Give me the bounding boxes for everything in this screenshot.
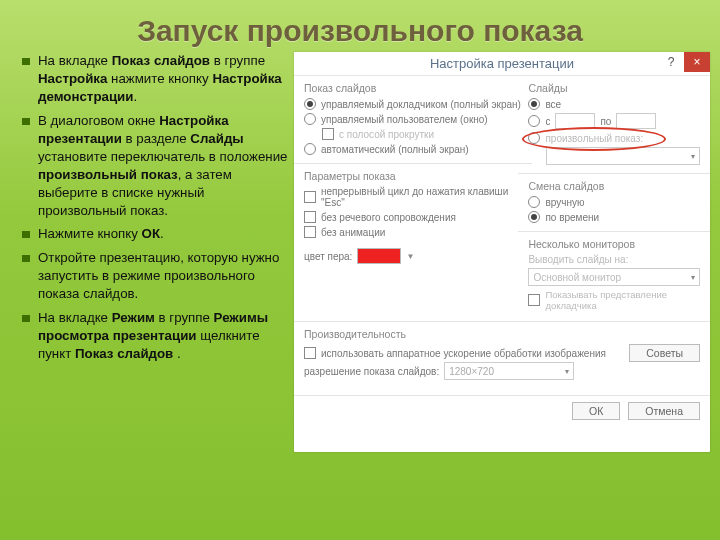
label: по xyxy=(600,116,611,127)
chk-presenter-view[interactable] xyxy=(528,294,540,306)
combo-monitor[interactable]: Основной монитор▾ xyxy=(528,268,700,286)
label: управляемый докладчиком (полный экран) xyxy=(321,99,521,110)
label: без речевого сопровождения xyxy=(321,212,456,223)
bullet-item: Откройте презентацию, которую нужно запу… xyxy=(22,249,290,303)
label: разрешение показа слайдов: xyxy=(304,366,439,377)
input-from[interactable] xyxy=(555,113,595,129)
label: управляемый пользователем (окно) xyxy=(321,114,488,125)
label: с xyxy=(545,116,550,127)
group-show-type: Показ слайдов xyxy=(304,82,522,94)
radio-show-auto[interactable] xyxy=(304,143,316,155)
chk-loop[interactable] xyxy=(304,191,316,203)
radio-adv-time[interactable] xyxy=(528,211,540,223)
help-icon[interactable]: ? xyxy=(658,52,684,72)
label: произвольный показ: xyxy=(545,133,643,144)
chk-no-animation[interactable] xyxy=(304,226,316,238)
radio-slides-custom[interactable] xyxy=(528,132,540,144)
label: автоматический (полный экран) xyxy=(321,144,469,155)
label: непрерывный цикл до нажатия клавиши "Esc… xyxy=(321,186,522,208)
tips-button[interactable]: Советы xyxy=(629,344,700,362)
combo-resolution[interactable]: 1280×720▾ xyxy=(444,362,574,380)
bullet-list: На вкладке Показ слайдов в группе Настро… xyxy=(22,52,290,452)
group-slides: Слайды xyxy=(528,82,700,94)
label: использовать аппаратное ускорение обрабо… xyxy=(321,348,606,359)
radio-slides-all[interactable] xyxy=(528,98,540,110)
dialog-settings: Настройка презентации ? × Показ слайдов … xyxy=(294,52,710,452)
chk-scroll[interactable] xyxy=(322,128,334,140)
close-icon[interactable]: × xyxy=(684,52,710,72)
label: без анимации xyxy=(321,227,385,238)
label: Выводить слайды на: xyxy=(528,254,700,265)
dialog-title: Настройка презентации xyxy=(294,52,710,76)
label: по времени xyxy=(545,212,599,223)
group-advance: Смена слайдов xyxy=(528,180,700,192)
bullet-item: На вкладке Режим в группе Режимы просмот… xyxy=(22,309,290,363)
radio-show-presenter[interactable] xyxy=(304,98,316,110)
group-options: Параметры показа xyxy=(304,170,522,182)
label: все xyxy=(545,99,561,110)
combo-custom-show[interactable]: ▾ xyxy=(546,147,700,165)
label-pen: цвет пера: xyxy=(304,251,352,262)
bullet-item: Нажмите кнопку ОК. xyxy=(22,225,290,243)
group-perf: Производительность xyxy=(304,328,700,340)
input-to[interactable] xyxy=(616,113,656,129)
radio-show-user[interactable] xyxy=(304,113,316,125)
pen-color[interactable] xyxy=(357,248,401,264)
slide-title: Запуск произвольного показа xyxy=(0,0,720,52)
label: с полосой прокрутки xyxy=(339,129,434,140)
radio-slides-range[interactable] xyxy=(528,115,540,127)
bullet-item: На вкладке Показ слайдов в группе Настро… xyxy=(22,52,290,106)
label: Показывать представление докладчика xyxy=(545,289,700,311)
radio-adv-manual[interactable] xyxy=(528,196,540,208)
bullet-item: В диалоговом окне Настройка презентации … xyxy=(22,112,290,220)
group-monitors: Несколько мониторов xyxy=(528,238,700,250)
chk-hw-accel[interactable] xyxy=(304,347,316,359)
chk-no-narration[interactable] xyxy=(304,211,316,223)
label: вручную xyxy=(545,197,584,208)
cancel-button[interactable]: Отмена xyxy=(628,402,700,420)
ok-button[interactable]: ОК xyxy=(572,402,620,420)
